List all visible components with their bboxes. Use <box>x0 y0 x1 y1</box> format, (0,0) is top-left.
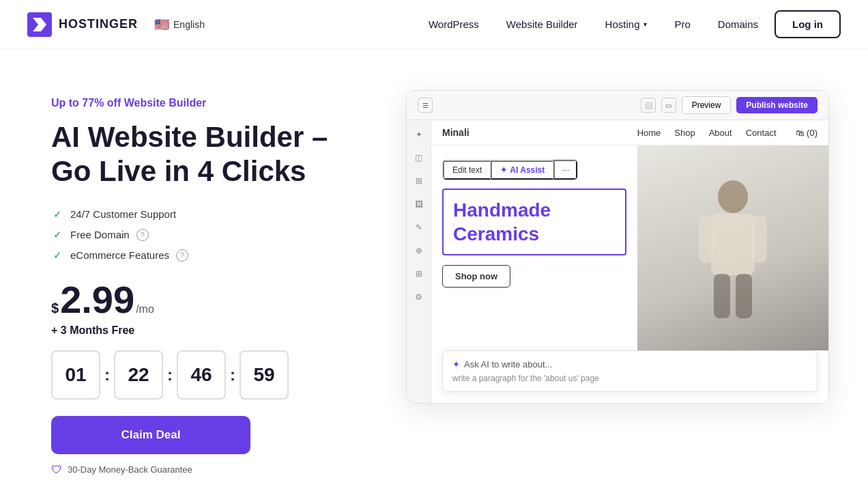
time-separator-3: : <box>230 365 235 385</box>
free-months: + 3 Months Free <box>51 324 365 337</box>
countdown-ms: 59 <box>240 350 289 400</box>
sidebar-media-icon[interactable]: 🖼 <box>411 197 426 212</box>
nav-hosting[interactable]: Hosting ▾ <box>594 13 659 36</box>
canvas-nav-contact[interactable]: Contact <box>746 128 777 138</box>
sidebar-add-icon[interactable]: ✦ <box>411 127 426 142</box>
person-image <box>637 145 828 350</box>
nav-pro[interactable]: Pro <box>663 13 701 36</box>
price-line: $ 2.99 /mo <box>51 281 365 319</box>
logo[interactable]: HOSTINGER <box>27 12 138 37</box>
promo-percent: 77% <box>82 97 104 109</box>
sidebar-layers-icon[interactable]: ◫ <box>411 150 426 165</box>
flag-icon: 🇺🇸 <box>154 17 169 32</box>
login-button[interactable]: Log in <box>775 10 841 38</box>
ai-assist-button[interactable]: ✦ AI Assist <box>491 161 553 180</box>
builder-body: ✦ ◫ ⊞ 🖼 ✎ ⊕ ⊞ ⚙ Minali Home <box>407 120 828 403</box>
person-silhouette <box>692 173 774 323</box>
navbar-left: HOSTINGER 🇺🇸 English <box>27 12 205 37</box>
svg-rect-4 <box>752 215 767 263</box>
topbar-icons: ☰ <box>418 98 635 113</box>
svg-point-1 <box>718 180 748 213</box>
ai-box-star-icon: ✦ <box>452 359 460 369</box>
check-icon-1 <box>51 208 63 221</box>
time-separator-2: : <box>167 365 173 385</box>
hero-right: ☰ ⬜ ▭ Preview Publish website ✦ ◫ ⊞ 🖼 ✎ … <box>406 90 829 404</box>
navbar: HOSTINGER 🇺🇸 English WordPress Website B… <box>0 0 868 49</box>
hero-heading-text: HandmadeCeramics <box>453 198 616 246</box>
language-label: English <box>173 19 205 30</box>
nav-wordpress[interactable]: WordPress <box>418 13 490 36</box>
features-list: 24/7 Customer Support Free Domain ? eCom… <box>51 208 365 262</box>
preview-button[interactable]: Preview <box>682 96 732 114</box>
canvas-nav-shop[interactable]: Shop <box>674 128 695 138</box>
nav-domains[interactable]: Domains <box>707 13 769 36</box>
price-main: 2.99 <box>60 281 134 319</box>
menu-icon[interactable]: ☰ <box>418 98 433 113</box>
guarantee-text: 🛡 30-Day Money-Back Guarantee <box>51 464 365 476</box>
svg-rect-6 <box>736 274 752 318</box>
edit-toolbar: Edit text ✦ AI Assist ··· <box>442 159 578 180</box>
ai-box-title: ✦ Ask AI to write about... <box>452 359 807 369</box>
site-name: Minali <box>442 127 469 138</box>
more-options-button[interactable]: ··· <box>553 160 577 180</box>
ai-star-icon: ✦ <box>500 165 507 175</box>
logo-text: HOSTINGER <box>59 17 138 31</box>
canvas-row: Edit text ✦ AI Assist ··· HandmadeCerami… <box>431 145 828 350</box>
svg-rect-3 <box>699 215 714 263</box>
feature-item: eCommerce Features ? <box>51 249 365 262</box>
claim-deal-button[interactable]: Claim Deal <box>51 416 250 454</box>
check-icon-3 <box>51 249 63 262</box>
builder-canvas: Minali Home Shop About Contact 🛍 (0) <box>431 120 828 403</box>
ai-box-placeholder[interactable]: write a paragraph for the 'about us' pag… <box>452 374 807 383</box>
price-block: $ 2.99 /mo + 3 Months Free <box>51 281 365 337</box>
canvas-nav-home[interactable]: Home <box>637 128 661 138</box>
builder-sidebar: ✦ ◫ ⊞ 🖼 ✎ ⊕ ⊞ ⚙ <box>407 120 431 403</box>
hosting-chevron-icon: ▾ <box>643 20 647 28</box>
svg-rect-5 <box>714 274 730 318</box>
countdown-hours: 01 <box>51 350 100 400</box>
countdown-minutes: 22 <box>114 350 163 400</box>
tablet-icon[interactable]: ▭ <box>661 98 676 113</box>
price-mo: /mo <box>136 303 154 316</box>
language-selector[interactable]: 🇺🇸 English <box>154 17 205 32</box>
canvas-nav: Minali Home Shop About Contact 🛍 (0) <box>431 120 828 145</box>
countdown-seconds: 46 <box>177 350 226 400</box>
navbar-nav: WordPress Website Builder Hosting ▾ Pro … <box>418 10 841 38</box>
main-content: Up to 77% off Website Builder AI Website… <box>0 49 868 502</box>
builder-topbar: ☰ ⬜ ▭ Preview Publish website <box>407 91 828 120</box>
feature-item: 24/7 Customer Support <box>51 208 365 221</box>
sidebar-move-icon[interactable]: ⊕ <box>411 243 426 258</box>
hero-heading-box[interactable]: HandmadeCeramics <box>442 189 626 255</box>
logo-icon <box>27 12 52 37</box>
hero-left: Up to 77% off Website Builder AI Website… <box>51 90 365 476</box>
desktop-icon[interactable]: ⬜ <box>641 98 656 113</box>
question-icon-ecommerce[interactable]: ? <box>176 249 188 262</box>
canvas-nav-links: Home Shop About Contact <box>637 128 777 138</box>
countdown: 01 : 22 : 46 : 59 <box>51 350 365 400</box>
question-icon-domain[interactable]: ? <box>136 229 149 241</box>
edit-text-button[interactable]: Edit text <box>443 161 491 180</box>
sidebar-apps-icon[interactable]: ⊞ <box>411 266 426 281</box>
cart-icon[interactable]: 🛍 (0) <box>796 128 818 138</box>
sidebar-settings-icon[interactable]: ⚙ <box>411 290 426 305</box>
ai-box: ✦ Ask AI to write about... write a parag… <box>442 350 818 392</box>
publish-button[interactable]: Publish website <box>736 97 818 113</box>
feature-item: Free Domain ? <box>51 229 365 241</box>
builder-preview: ☰ ⬜ ▭ Preview Publish website ✦ ◫ ⊞ 🖼 ✎ … <box>406 90 829 404</box>
sidebar-theme-icon[interactable]: ✎ <box>411 220 426 235</box>
canvas-left: Edit text ✦ AI Assist ··· HandmadeCerami… <box>431 145 637 350</box>
time-separator-1: : <box>104 365 110 385</box>
check-icon-2 <box>51 229 63 241</box>
shield-icon: 🛡 <box>51 464 62 476</box>
promo-text: Up to 77% off Website Builder <box>51 97 365 109</box>
sidebar-pages-icon[interactable]: ⊞ <box>411 173 426 189</box>
svg-rect-2 <box>711 214 755 275</box>
shop-now-button[interactable]: Shop now <box>442 265 510 288</box>
canvas-right-image <box>637 145 828 350</box>
price-dollar: $ <box>51 301 59 316</box>
hero-title: AI Website Builder – Go Live in 4 Clicks <box>51 120 365 189</box>
canvas-nav-about[interactable]: About <box>709 128 732 138</box>
nav-website-builder[interactable]: Website Builder <box>495 13 589 36</box>
